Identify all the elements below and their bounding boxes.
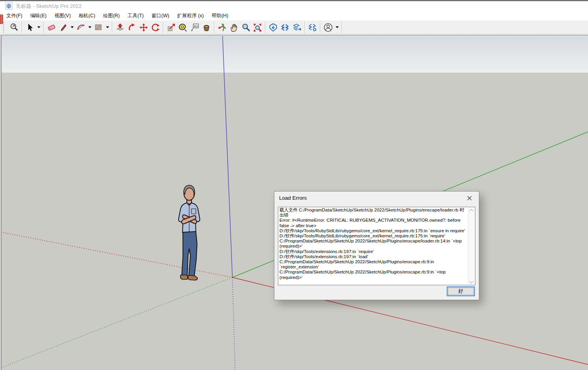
pan-hand-icon xyxy=(229,23,239,32)
push-pull-tool-button[interactable] xyxy=(114,21,126,34)
zoom-window-icon xyxy=(9,23,19,32)
zoom-tool-button[interactable] xyxy=(240,21,252,34)
error-line: C:/ProgramData/SketchUp/SketchUp 2022/Sk… xyxy=(279,259,466,270)
3d-warehouse-icon xyxy=(268,23,278,32)
account-button[interactable] xyxy=(322,21,334,34)
scale-tool-button[interactable] xyxy=(165,21,177,34)
eraser-tool-button[interactable] xyxy=(46,21,57,34)
text-icon: A1 xyxy=(190,23,199,32)
scale-figure-person xyxy=(169,183,210,285)
zoom-window-button[interactable] xyxy=(8,21,20,34)
menu-item-view[interactable]: 视图(V) xyxy=(51,11,75,20)
scrollbar[interactable] xyxy=(468,208,475,284)
chevron-down-icon xyxy=(469,279,473,283)
move-tool-button[interactable] xyxy=(138,21,150,34)
sketchup-logo-icon xyxy=(6,4,11,9)
scale-icon xyxy=(166,23,176,32)
docked-panel-tab[interactable] xyxy=(0,15,3,24)
chevron-down-icon xyxy=(71,26,74,28)
toolbar-separator xyxy=(22,22,22,33)
scroll-down-button[interactable] xyxy=(468,279,475,284)
follow-me-icon xyxy=(127,23,137,32)
model-viewport[interactable]: Load Errors 载入文件 C:/ProgramData/SketchUp… xyxy=(0,35,588,370)
toolbar-grip[interactable] xyxy=(3,22,5,33)
menu-item-help[interactable]: 帮助(H) xyxy=(208,11,232,20)
dialog-title: Load Errors xyxy=(279,195,307,201)
zoom-extents-icon xyxy=(253,23,262,32)
arc-tool-button[interactable] xyxy=(75,21,87,34)
toolbar-separator xyxy=(163,22,164,33)
window-title: 无标题 - SketchUp Pro 2022 xyxy=(16,3,82,10)
toolbar-separator xyxy=(112,22,113,33)
paint-bucket-icon xyxy=(202,23,211,32)
extension-warehouse-button[interactable] xyxy=(279,21,291,34)
arc-tool-dropdown[interactable] xyxy=(87,21,93,34)
load-errors-dialog: Load Errors 载入文件 C:/ProgramData/SketchUp… xyxy=(274,191,479,300)
menu-item-file[interactable]: 文件(F) xyxy=(2,11,26,20)
error-line: C:/ProgramData/SketchUp/SketchUp 2022/Sk… xyxy=(279,270,466,280)
dialog-close-button[interactable] xyxy=(463,193,476,203)
text-tool-button[interactable]: A1 xyxy=(189,21,201,34)
select-tool-button[interactable] xyxy=(24,21,36,34)
line-tool-button[interactable] xyxy=(57,21,69,34)
menu-item-camera[interactable]: 相机(C) xyxy=(75,11,99,20)
error-line: Error: #<RuntimeError: CRITICAL: RUBYGEM… xyxy=(279,218,466,228)
toolbar-separator xyxy=(341,22,342,33)
error-line: D:/软件/skp/Tools/RubyStdLib/rubygems/core… xyxy=(279,228,466,233)
sketchup-app-icon xyxy=(5,2,13,10)
chevron-down-icon xyxy=(336,26,339,28)
scroll-up-button[interactable] xyxy=(468,208,475,213)
tape-measure-icon xyxy=(178,23,188,32)
extension-manager-icon xyxy=(308,23,317,32)
select-arrow-icon xyxy=(25,23,35,32)
menu-item-edit[interactable]: 编辑(E) xyxy=(26,11,51,20)
menu-item-draw[interactable]: 绘图(R) xyxy=(99,11,124,20)
toolbar-separator xyxy=(320,22,321,33)
move-icon xyxy=(139,23,148,32)
error-line: 载入文件 C:/ProgramData/SketchUp/SketchUp 20… xyxy=(279,208,466,218)
chevron-down-icon xyxy=(37,26,40,28)
menu-item-window[interactable]: 窗口(W) xyxy=(148,11,173,20)
tape-measure-tool-button[interactable] xyxy=(177,21,189,34)
eraser-icon xyxy=(47,23,56,32)
line-tool-dropdown[interactable] xyxy=(69,21,75,34)
window-left-edge xyxy=(0,35,2,370)
menu-item-extensions[interactable]: 扩展程序 (x) xyxy=(173,11,208,20)
rectangle-tool-dropdown[interactable] xyxy=(104,21,110,34)
follow-me-tool-button[interactable] xyxy=(126,21,138,34)
error-log-textbox[interactable]: 载入文件 C:/ProgramData/SketchUp/SketchUp 20… xyxy=(278,207,475,285)
sketchup-window: 无标题 - SketchUp Pro 2022 文件(F) 编辑(E) 视图(V… xyxy=(0,0,588,370)
pencil-icon xyxy=(58,23,68,32)
rectangle-icon xyxy=(94,23,103,32)
error-line: D:/软件/skp/Tools/RubyStdLib/rubygems/core… xyxy=(279,233,466,239)
close-icon xyxy=(467,196,472,200)
rotate-tool-button[interactable] xyxy=(150,21,161,34)
extension-warehouse-icon xyxy=(280,23,290,32)
rotate-icon xyxy=(151,23,160,32)
toolbar: A1 xyxy=(0,20,588,35)
select-tool-dropdown[interactable] xyxy=(36,21,42,34)
3d-warehouse-button[interactable] xyxy=(267,21,279,34)
push-pull-icon xyxy=(115,23,125,32)
toolbar-separator xyxy=(43,22,44,33)
pan-tool-button[interactable] xyxy=(228,21,240,34)
paint-bucket-tool-button[interactable] xyxy=(201,21,212,34)
error-line: D:/软件/skp/Tools/extensions.rb:197:in `lo… xyxy=(279,254,466,259)
arc-icon xyxy=(76,23,86,32)
share-model-button[interactable] xyxy=(291,21,303,34)
zoom-extents-button[interactable] xyxy=(252,21,263,34)
extension-manager-button[interactable] xyxy=(307,21,318,34)
account-dropdown[interactable] xyxy=(334,21,340,34)
rectangle-tool-button[interactable] xyxy=(93,21,104,34)
orbit-icon xyxy=(217,23,227,32)
dialog-titlebar[interactable]: Load Errors xyxy=(274,191,479,205)
ok-button[interactable]: 好 xyxy=(447,286,475,296)
toolbar-separator xyxy=(265,22,266,33)
orbit-tool-button[interactable] xyxy=(216,21,228,34)
account-icon xyxy=(323,22,333,33)
menu-item-tools[interactable]: 工具(T) xyxy=(124,11,148,20)
svg-text:A1: A1 xyxy=(194,24,198,28)
error-line: C:/ProgramData/SketchUp/SketchUp 2022/Sk… xyxy=(279,239,466,249)
menubar: 文件(F) 编辑(E) 视图(V) 相机(C) 绘图(R) 工具(T) 窗口(W… xyxy=(0,11,588,20)
chevron-up-icon xyxy=(469,209,473,213)
